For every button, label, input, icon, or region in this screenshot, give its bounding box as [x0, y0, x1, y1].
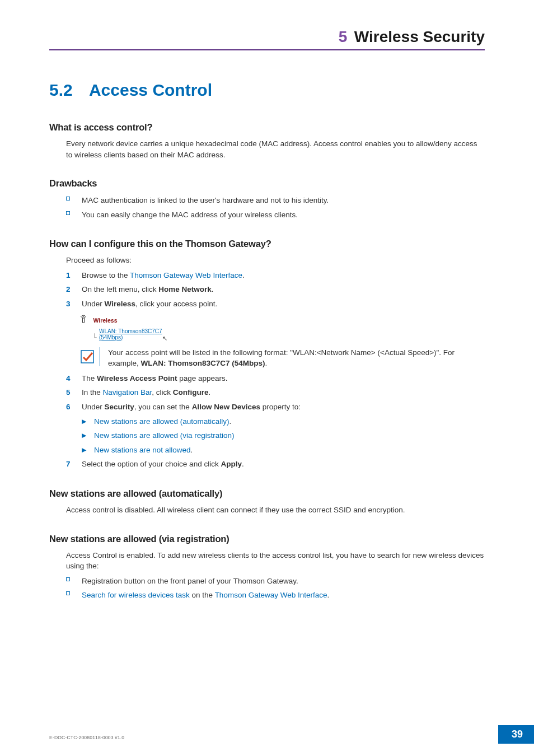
step-1: 1 Browse to the Thomson Gateway Web Inte…: [66, 269, 485, 282]
text-auto: Access control is disabled. All wireless…: [66, 505, 485, 516]
list-item-text: Registration button on the front panel o…: [82, 575, 298, 587]
page-footer: E-DOC-CTC-20080118-0003 v1.0 39: [0, 726, 534, 744]
step-number: 5: [66, 386, 82, 399]
step-number: 1: [66, 269, 82, 282]
note-box: Your access point will be listed in the …: [79, 347, 485, 369]
list-item: Search for wireless devices task on the …: [66, 589, 485, 601]
step-text: Under Wireless, click your access point.: [82, 298, 217, 310]
list-item: ▶ New stations are allowed (automaticall…: [82, 416, 485, 428]
registration-list: Registration button on the front panel o…: [66, 575, 485, 601]
text-access-control: Every network device carries a unique he…: [66, 138, 485, 160]
step-number: 6: [66, 401, 82, 413]
link-option-not-allowed[interactable]: New stations are not allowed: [94, 446, 191, 454]
section-title: 5.2 Access Control: [49, 81, 485, 100]
note-icon: [79, 347, 100, 366]
triangle-icon: ▶: [82, 416, 94, 427]
step-4: 4 The Wireless Access Point page appears…: [66, 372, 485, 385]
subhead-registration: New stations are allowed (via registrati…: [49, 534, 485, 544]
step-text: In the Navigation Bar, click Configure.: [82, 386, 210, 399]
link-search-task[interactable]: Search for wireless devices task: [82, 591, 190, 599]
subhead-access-control: What is access control?: [49, 122, 485, 133]
subhead-drawbacks: Drawbacks: [49, 178, 485, 189]
text-registration: Access Control is enabled. To add new wi…: [66, 550, 485, 572]
chapter-title: Wireless Security: [354, 28, 485, 45]
link-web-interface[interactable]: Thomson Gateway Web Interface: [130, 271, 242, 279]
step-text: The Wireless Access Point page appears.: [82, 372, 228, 385]
triangle-icon: ▶: [82, 444, 94, 455]
configure-step-7: 7 Select the option of your choice and c…: [66, 458, 485, 470]
step-text: Select the option of your choice and cli…: [82, 458, 244, 470]
link-web-interface-2[interactable]: Thomson Gateway Web Interface: [215, 591, 327, 599]
section-number: 5.2: [49, 81, 73, 99]
list-item: ▶ New stations are not allowed.: [82, 444, 485, 456]
configure-steps-cont: 4 The Wireless Access Point page appears…: [66, 372, 485, 413]
subhead-auto: New stations are allowed (automatically): [49, 488, 485, 499]
footer-page-number: 39: [498, 725, 534, 744]
chapter-number: 5: [339, 28, 348, 45]
list-item: You can easily change the MAC address of…: [66, 209, 485, 221]
allow-devices-options: ▶ New stations are allowed (automaticall…: [82, 416, 485, 456]
list-item: Registration button on the front panel o…: [66, 575, 485, 587]
step-text: On the left menu, click Home Network.: [82, 283, 214, 296]
step-text: Under Security, you can set the Allow Ne…: [82, 401, 301, 413]
tree-icon: └: [92, 333, 97, 341]
step-3: 3 Under Wireless, click your access poin…: [66, 298, 485, 310]
triangle-icon: ▶: [82, 430, 94, 441]
list-item-text: You can easily change the MAC address of…: [82, 209, 298, 221]
svg-rect-0: [83, 318, 85, 323]
chapter-header: 5 Wireless Security: [49, 28, 485, 50]
step-number: 4: [66, 372, 82, 385]
step-text: Browse to the Thomson Gateway Web Interf…: [82, 269, 245, 282]
list-item-text: MAC authentication is linked to the user…: [82, 194, 329, 207]
step-5: 5 In the Navigation Bar, click Configure…: [66, 386, 485, 399]
link-option-auto[interactable]: New stations are allowed (automatically): [94, 417, 229, 426]
note-text: Your access point will be listed in the …: [108, 347, 485, 369]
bullet-icon: [66, 194, 82, 200]
step-number: 3: [66, 298, 82, 310]
section-name: Access Control: [89, 81, 212, 99]
step-6: 6 Under Security, you can set the Allow …: [66, 401, 485, 413]
footer-doc-id: E-DOC-CTC-20080118-0003 v1.0: [49, 735, 124, 740]
step-2: 2 On the left menu, click Home Network.: [66, 283, 485, 296]
drawbacks-list: MAC authentication is linked to the user…: [66, 194, 485, 221]
link-option-registration[interactable]: New stations are allowed (via registrati…: [94, 431, 235, 440]
step-7: 7 Select the option of your choice and c…: [66, 458, 485, 470]
bullet-icon: [66, 589, 82, 595]
list-item: ▶ New stations are allowed (via registra…: [82, 430, 485, 442]
link-navigation-bar[interactable]: Navigation Bar: [103, 388, 152, 396]
wireless-screenshot: Wireless └ WLAN: Thomson83C7C7 (54Mbps) …: [79, 315, 485, 342]
wlan-link[interactable]: WLAN: Thomson83C7C7 (54Mbps): [99, 328, 162, 340]
list-item: MAC authentication is linked to the user…: [66, 194, 485, 207]
cursor-icon: ↖: [162, 335, 167, 342]
step-number: 7: [66, 458, 82, 470]
list-item-text: Search for wireless devices task on the …: [82, 589, 329, 601]
configure-steps: 1 Browse to the Thomson Gateway Web Inte…: [66, 269, 485, 310]
subhead-configure: How can I configure this on the Thomson …: [49, 239, 485, 249]
step-number: 2: [66, 283, 82, 296]
wireless-label: Wireless: [93, 317, 117, 324]
bullet-icon: [66, 575, 82, 581]
bullet-icon: [66, 209, 82, 215]
configure-intro: Proceed as follows:: [66, 255, 485, 266]
wireless-icon: [79, 315, 87, 326]
